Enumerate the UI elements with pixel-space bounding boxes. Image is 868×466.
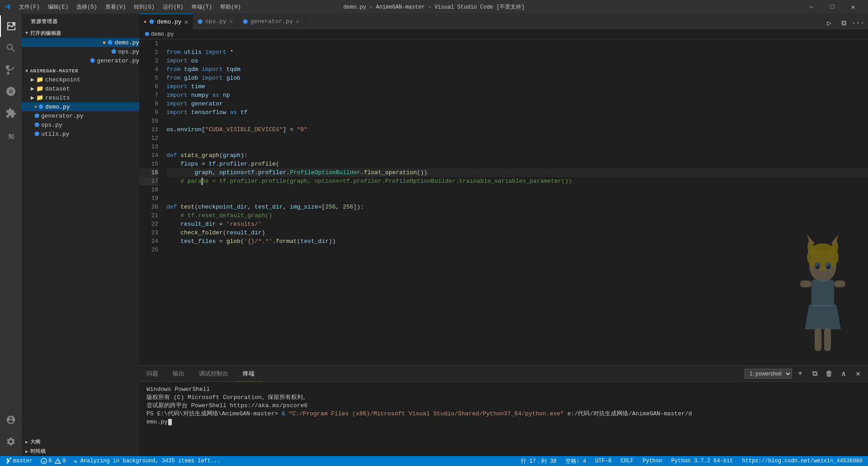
timeline-chevron: ▶ — [25, 449, 28, 454]
split-terminal-button[interactable]: ⧉ — [808, 367, 821, 380]
code-line-9: import tensorflow as tf — [166, 108, 868, 117]
settings-icon — [6, 437, 16, 447]
activity-item-knowledge[interactable]: 知 — [0, 126, 22, 147]
panel-tab-terminal-label: 终端 — [243, 370, 255, 378]
encoding[interactable]: UTF-8 — [594, 456, 613, 466]
panel-tab-terminal[interactable]: 终端 — [236, 366, 262, 382]
generator-file-icon: ⬟ — [90, 57, 95, 64]
close-button[interactable]: ✕ — [843, 0, 863, 14]
menu-view[interactable]: 查看(V) — [102, 2, 130, 12]
file-ops-py[interactable]: ⬟ ops.py — [22, 120, 139, 129]
open-editors-label: 打开的编辑器 — [30, 30, 61, 37]
folder-checkpoint[interactable]: ▶ 📁 checkpoint — [22, 75, 139, 84]
add-terminal-button[interactable]: + — [794, 367, 807, 380]
open-editors-chevron: ▼ — [25, 31, 28, 36]
svg-text:✕: ✕ — [43, 460, 45, 464]
breadcrumb-filename[interactable]: demo.py — [151, 31, 174, 38]
code-line-1 — [166, 39, 868, 48]
run-code-button[interactable]: ▷ — [823, 17, 835, 29]
open-editor-demo-py[interactable]: ✕ ● ⬟ demo.py — [22, 38, 139, 47]
folder-dataset[interactable]: ▶ 📁 dataset — [22, 84, 139, 93]
outline-section[interactable]: ▶ 大纲 — [22, 437, 139, 447]
terminal-content[interactable]: Windows PowerShell 版权所有 (C) Microsoft Co… — [139, 382, 868, 456]
menu-file[interactable]: 文件(F) — [15, 2, 43, 12]
trash-terminal-button[interactable]: 🗑 — [823, 367, 835, 380]
activity-item-debug[interactable] — [0, 81, 22, 102]
panel-tab-output[interactable]: 输出 — [165, 366, 192, 382]
panel-close-button[interactable]: ✕ — [852, 367, 864, 380]
menu-goto[interactable]: 转到(G) — [130, 2, 158, 12]
line-ending[interactable]: CRLF — [619, 456, 636, 466]
cursor-position[interactable]: 行 17，列 38 — [519, 456, 558, 466]
outline-chevron: ▶ — [25, 439, 28, 445]
activity-item-search[interactable] — [0, 37, 22, 59]
sidebar-bottom: ▶ 大纲 ▶ 时间线 — [22, 437, 139, 456]
menu-help[interactable]: 帮助(H) — [217, 2, 245, 12]
file-generator-py[interactable]: ⬟ generator.py — [22, 111, 139, 120]
terminal-prompt: PS E:\代码\对抗生成网络\AnimeGAN-master> — [146, 410, 282, 417]
utils-py-icon: ⬟ — [34, 130, 39, 138]
activity-item-source-control[interactable] — [0, 59, 22, 81]
status-bar-right: 行 17，列 38 空格: 4 UTF-8 CRLF Python Python… — [519, 456, 864, 466]
panel-tab-problems[interactable]: 问题 — [139, 366, 165, 382]
open-editors-section[interactable]: ▼ 打开的编辑器 — [22, 29, 139, 38]
activity-item-settings[interactable] — [0, 431, 22, 452]
tab-ops-py[interactable]: ⬟ ops.py ✕ — [193, 14, 238, 29]
code-line-5: from glob import glob — [166, 74, 868, 82]
open-editor-ops-py[interactable]: ✕ ⬟ ops.py — [22, 47, 139, 56]
chevron-results: ▶ — [31, 94, 34, 101]
folder-results[interactable]: ▶ 📁 results — [22, 93, 139, 102]
git-branch[interactable]: master — [4, 456, 34, 466]
panel-tab-problems-label: 问题 — [146, 370, 158, 378]
timeline-section[interactable]: ▶ 时间线 — [22, 447, 139, 456]
terminal-selector[interactable]: 1: powershell — [745, 369, 792, 379]
maximize-button[interactable]: □ — [822, 0, 843, 14]
activity-item-accounts[interactable] — [0, 409, 22, 431]
panel-tab-debug-console[interactable]: 调试控制台 — [192, 366, 236, 382]
terminal-line-1: Windows PowerShell — [146, 385, 861, 394]
activity-item-explorer[interactable] — [0, 15, 22, 37]
source-control-icon — [5, 64, 16, 75]
menu-edit[interactable]: 编辑(E) — [44, 2, 72, 12]
panel-maximize-button[interactable]: ∧ — [837, 367, 850, 380]
code-line-8: import generator — [166, 100, 868, 108]
csdn-link[interactable]: https://blog.csdn.net/weixin_44536980 — [741, 456, 864, 466]
tab-ops-py-label: ops.py — [205, 18, 226, 25]
menu-select[interactable]: 选择(S) — [73, 2, 101, 12]
open-editor-ops-py-label: ops.py — [118, 48, 139, 55]
file-demo-py[interactable]: ● ⬟ demo.py — [22, 102, 139, 111]
tab-generator-py[interactable]: ⬟ generator.py ✕ — [238, 14, 304, 29]
language-mode-label: Python — [643, 458, 662, 464]
open-editor-generator-py[interactable]: ✕ ⬟ generator.py — [22, 56, 139, 65]
activity-item-extensions[interactable] — [0, 102, 22, 124]
terminal-line-7: emo.py — [146, 418, 861, 426]
menu-run[interactable]: 运行(R) — [159, 2, 187, 12]
activity-bar: 知 — [0, 14, 22, 456]
tab-generator-close[interactable]: ✕ — [296, 18, 299, 25]
tab-demo-py[interactable]: ● ⬟ demo.py ✕ — [139, 14, 193, 29]
file-ops-py-label: ops.py — [41, 122, 62, 128]
code-line-7: import numpy as np — [166, 91, 868, 100]
code-line-2: from utils import * — [166, 48, 868, 57]
project-section[interactable]: ▼ ANIMEGAN-MASTER — [22, 67, 139, 75]
python-version[interactable]: Python 3.7.2 64-bit — [670, 456, 735, 466]
more-actions-button[interactable]: ··· — [852, 17, 864, 29]
csdn-link-label: https://blog.csdn.net/weixin_44536980 — [742, 458, 863, 464]
search-icon — [5, 43, 16, 53]
language-mode[interactable]: Python — [641, 456, 664, 466]
minimize-button[interactable]: — — [801, 0, 822, 14]
split-editor-button[interactable]: ⧉ — [837, 17, 850, 29]
indentation[interactable]: 空格: 4 — [564, 456, 588, 466]
tab-demo-dirty: ● — [144, 19, 146, 24]
menu-terminal[interactable]: 终端(T) — [188, 2, 216, 12]
tab-demo-close[interactable]: ✕ — [184, 18, 188, 26]
errors-warnings[interactable]: ✕ 0 ! 0 — [39, 456, 67, 466]
timeline-label: 时间线 — [30, 448, 46, 455]
code-content[interactable]: from utils import * import os from tqdm … — [162, 39, 868, 366]
analyzing-status: ↻ Analyzing in background, 3435 items le… — [72, 456, 222, 466]
file-utils-py[interactable]: ⬟ utils.py — [22, 129, 139, 138]
tab-ops-close[interactable]: ✕ — [229, 18, 233, 25]
code-editor[interactable]: 1 2 3 4 5 6 7 8 9 10 11 12 13 14 15 16 1… — [139, 39, 868, 366]
folder-results-icon: 📁 — [36, 94, 43, 101]
code-line-16: graph, options=tf.profiler.ProfileOption… — [166, 168, 868, 177]
